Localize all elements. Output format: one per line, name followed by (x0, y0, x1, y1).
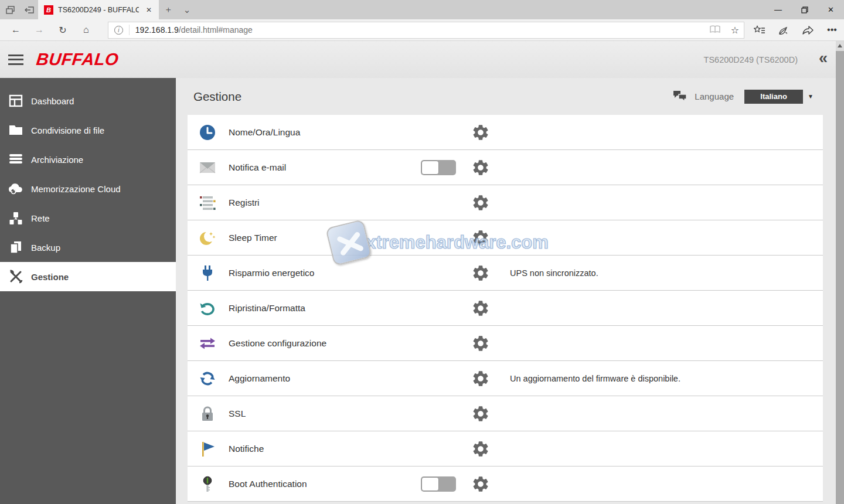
sidebar-item-management[interactable]: Gestione (0, 262, 176, 291)
email-notification-toggle[interactable] (421, 160, 456, 175)
row-power-saving[interactable]: Risparmio energetico UPS non sincronizza… (188, 256, 823, 291)
sidebar-item-file-sharing[interactable]: Condivisione di file (0, 115, 176, 145)
settings-gear-icon[interactable] (471, 475, 490, 493)
sidebar-item-label: Dashboard (31, 96, 74, 106)
row-update[interactable]: Aggiornamento Un aggiornamento del firmw… (188, 361, 823, 396)
hub-icon[interactable] (748, 19, 772, 40)
forward-icon[interactable]: → (32, 25, 47, 35)
dashboard-icon (8, 93, 23, 108)
tab-title: TS6200D249 - BUFFALO (58, 6, 139, 14)
clock-icon (198, 122, 217, 143)
cloud-sync-icon (8, 181, 23, 196)
collapse-panel-icon[interactable]: « (819, 49, 826, 67)
tab-preview-icon[interactable] (6, 5, 15, 15)
sidebar-item-label: Archiviazione (31, 155, 83, 165)
url-host: 192.168.1.9 (135, 25, 179, 35)
language-caret-icon[interactable]: ▼ (808, 93, 814, 100)
language-select-button[interactable]: Italiano (744, 90, 803, 104)
sidebar-item-network[interactable]: Rete (0, 203, 176, 233)
app-header: BUFFALO TS6200D249 (TS6200D) « (0, 41, 844, 78)
row-label: Risparmio energetico (229, 268, 314, 278)
row-label: Boot Authentication (229, 479, 307, 489)
home-icon[interactable]: ⌂ (79, 25, 94, 35)
row-notifications[interactable]: Notifiche (188, 431, 823, 466)
settings-gear-icon[interactable] (471, 299, 490, 318)
window-restore-button[interactable] (791, 0, 818, 19)
add-favorite-icon[interactable]: ☆ (731, 25, 739, 36)
settings-gear-icon[interactable] (471, 369, 490, 388)
new-tab-button[interactable]: ＋ (159, 0, 178, 19)
reading-view-icon (710, 25, 720, 35)
ssl-lock-icon (198, 403, 217, 424)
menu-hamburger-icon[interactable] (8, 55, 23, 65)
row-ssl[interactable]: SSL (188, 396, 823, 431)
row-sleep-timer[interactable]: Sleep Timer (188, 220, 823, 256)
row-name-time-language[interactable]: Nome/Ora/Lingua (188, 115, 823, 150)
sidebar-item-label: Condivisione di file (31, 125, 104, 135)
row-label: Nome/Ora/Lingua (229, 127, 300, 138)
logs-icon (198, 192, 217, 213)
page-title: Gestione (193, 90, 241, 104)
settings-gear-icon[interactable] (471, 193, 490, 212)
sidebar-item-dashboard[interactable]: Dashboard (0, 86, 176, 115)
window-minimize-button[interactable]: — (765, 0, 791, 19)
settings-list: Nome/Ora/Lingua Notifica e-mail (188, 115, 823, 502)
back-icon[interactable]: ← (8, 25, 23, 35)
sidebar-item-label: Backup (31, 243, 60, 253)
row-label: Aggiornamento (229, 373, 290, 384)
site-info-icon[interactable]: i (114, 26, 123, 35)
update-refresh-icon (198, 368, 217, 389)
annotate-pen-icon[interactable] (772, 19, 796, 40)
row-boot-authentication[interactable]: Boot Authentication (188, 466, 823, 502)
row-config-management[interactable]: Gestione configurazione (188, 326, 823, 361)
page-scrollbar[interactable] (836, 41, 844, 504)
settings-gear-icon[interactable] (471, 264, 490, 282)
settings-gear-icon[interactable] (471, 440, 490, 458)
row-email-notification[interactable]: Notifica e-mail (188, 150, 823, 185)
window-close-button[interactable]: ✕ (818, 0, 844, 19)
main-content: Gestione Language Italiano ▼ xtremehardw… (176, 78, 844, 504)
refresh-icon[interactable]: ↻ (55, 25, 70, 36)
sidebar-item-storage[interactable]: Archiviazione (0, 145, 176, 174)
tab-list-chevron-icon[interactable]: ⌄ (178, 0, 196, 19)
share-icon[interactable] (796, 19, 820, 40)
scrollbar-up-arrow[interactable] (836, 41, 844, 50)
key-icon (198, 474, 217, 495)
folder-icon (8, 122, 23, 138)
url-path: /detail.html#manage (179, 25, 253, 35)
row-label: Sleep Timer (229, 233, 277, 243)
url-field[interactable]: i 192.168.1.9/detail.html#manage ☆ (108, 22, 744, 39)
settings-gear-icon[interactable] (471, 158, 490, 177)
settings-gear-icon[interactable] (471, 229, 490, 247)
tools-icon (8, 269, 23, 284)
boot-authentication-toggle[interactable] (421, 476, 456, 492)
sleep-moon-icon (198, 227, 217, 248)
buffalo-favicon: B (44, 5, 53, 15)
row-label: Ripristina/Formatta (229, 303, 305, 314)
sidebar-item-label: Rete (31, 213, 50, 223)
settings-gear-icon[interactable] (471, 404, 490, 423)
settings-gear-icon[interactable] (471, 123, 490, 142)
scrollbar-thumb[interactable] (836, 51, 844, 504)
email-icon (198, 157, 217, 178)
settings-gear-icon[interactable] (471, 334, 490, 353)
row-label: Gestione configurazione (229, 338, 326, 349)
url-divider (129, 25, 130, 35)
sidebar-item-label: Memorizzazione Cloud (31, 184, 121, 194)
sidebar-item-backup[interactable]: Backup (0, 233, 176, 262)
row-restore-format[interactable]: Ripristina/Formatta (188, 291, 823, 326)
browser-tab[interactable]: B TS6200D249 - BUFFALO ✕ (38, 0, 159, 19)
row-status-note: Un aggiornamento del firmware è disponib… (510, 374, 680, 383)
more-options-icon[interactable]: ••• (820, 19, 844, 40)
sidebar: Dashboard Condivisione di file Archiviaz… (0, 78, 176, 504)
tab-close-icon[interactable]: ✕ (144, 5, 154, 15)
sidebar-item-cloud-storage[interactable]: Memorizzazione Cloud (0, 174, 176, 203)
transfer-arrows-icon (198, 333, 217, 354)
sidebar-item-label: Gestione (31, 272, 69, 282)
row-logs[interactable]: Registri (188, 185, 823, 220)
row-label: Notifiche (229, 444, 264, 454)
device-name: TS6200D249 (TS6200D) (704, 55, 798, 64)
language-label: Language (695, 91, 734, 101)
buffalo-logo: BUFFALO (35, 50, 120, 69)
set-tabs-aside-icon[interactable] (25, 5, 35, 14)
